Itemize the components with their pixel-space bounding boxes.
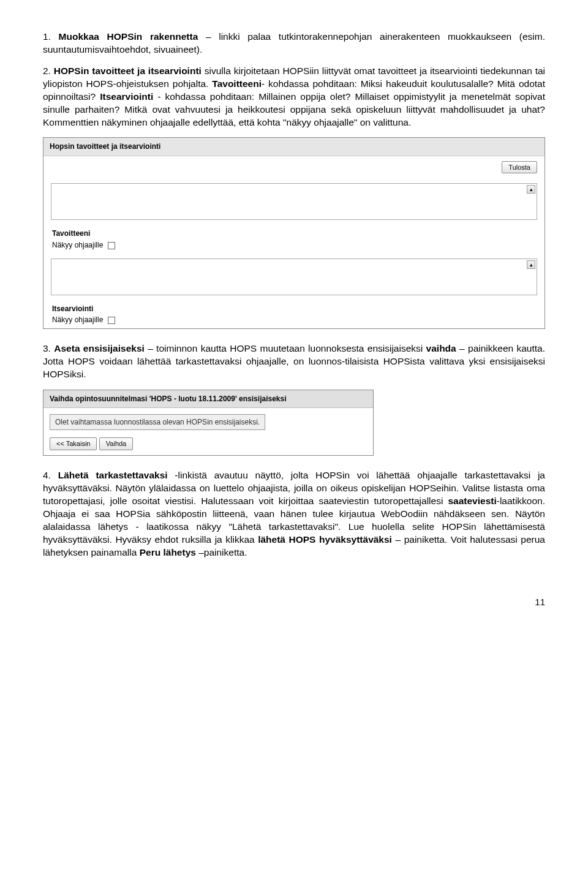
tavoitteeni-visibility-checkbox[interactable] bbox=[108, 242, 115, 249]
paragraph-1: 1. Muokkaa HOPSin rakennetta – linkki pa… bbox=[43, 31, 545, 56]
screenshot2-button-row: << Takaisin Vaihda bbox=[43, 432, 373, 455]
screenshot-vaihda-ensisijaiseksi: Vaihda opintosuunnitelmasi 'HOPS - luotu… bbox=[43, 390, 374, 456]
change-button[interactable]: Vaihda bbox=[99, 437, 133, 450]
bold-peru-lahetys: Peru lähetys bbox=[140, 547, 196, 557]
paragraph-3: 3. Aseta ensisijaiseksi – toiminnon kaut… bbox=[43, 342, 545, 381]
section-itsearviointi-label: Itsearviointi bbox=[43, 300, 545, 314]
itsearviointi-textarea[interactable]: ▴ bbox=[51, 259, 537, 295]
bold-muokkaa: Muokkaa HOPSin rakennetta bbox=[59, 31, 198, 42]
screenshot2-info: Olet vaihtamassa luonnostilassa olevan H… bbox=[43, 408, 373, 432]
scroll-up-icon[interactable]: ▴ bbox=[527, 260, 535, 269]
tavoitteeni-visibility-row: Näkyy ohjaajille bbox=[43, 239, 545, 254]
bold-itsearviointi: Itsearviointi bbox=[100, 91, 153, 102]
screenshot1-toolbar: Tulosta bbox=[43, 156, 545, 179]
bold-tavoitteeni: Tavoitteeni bbox=[212, 78, 262, 89]
paragraph-2: 2. HOPSin tavoitteet ja itsearviointi si… bbox=[43, 65, 545, 129]
bold-saateviesti: saateviesti bbox=[448, 496, 496, 506]
print-button[interactable]: Tulosta bbox=[502, 161, 537, 174]
page-number: 11 bbox=[43, 596, 545, 608]
section-tavoitteeni-label: Tavoitteeni bbox=[43, 225, 545, 238]
screenshot1-title: Hopsin tavoitteet ja itsearviointi bbox=[43, 138, 545, 156]
back-button[interactable]: << Takaisin bbox=[50, 437, 97, 450]
bold-hopsin-tavoitteet: HOPSin tavoitteet ja itsearviointi bbox=[54, 66, 202, 76]
paragraph-4: 4. Lähetä tarkastettavaksi -linkistä ava… bbox=[43, 469, 545, 559]
bold-laheta-tarkastettavaksi: Lähetä tarkastettavaksi bbox=[58, 470, 168, 480]
scroll-up-icon[interactable]: ▴ bbox=[527, 185, 535, 194]
screenshot2-title: Vaihda opintosuunnitelmasi 'HOPS - luotu… bbox=[43, 390, 373, 408]
screenshot-tavoitteet-itsearviointi: Hopsin tavoitteet ja itsearviointi Tulos… bbox=[43, 137, 545, 329]
tavoitteeni-textarea[interactable]: ▴ bbox=[51, 183, 537, 220]
itsearviointi-visibility-row: Näkyy ohjaajille bbox=[43, 314, 545, 328]
bold-vaihda: vaihda bbox=[426, 343, 456, 353]
bold-aseta-ensisijaiseksi: Aseta ensisijaiseksi bbox=[54, 343, 145, 353]
itsearviointi-visibility-checkbox[interactable] bbox=[108, 317, 115, 324]
bold-laheta-hops: lähetä HOPS hyväksyttäväksi bbox=[258, 534, 392, 545]
